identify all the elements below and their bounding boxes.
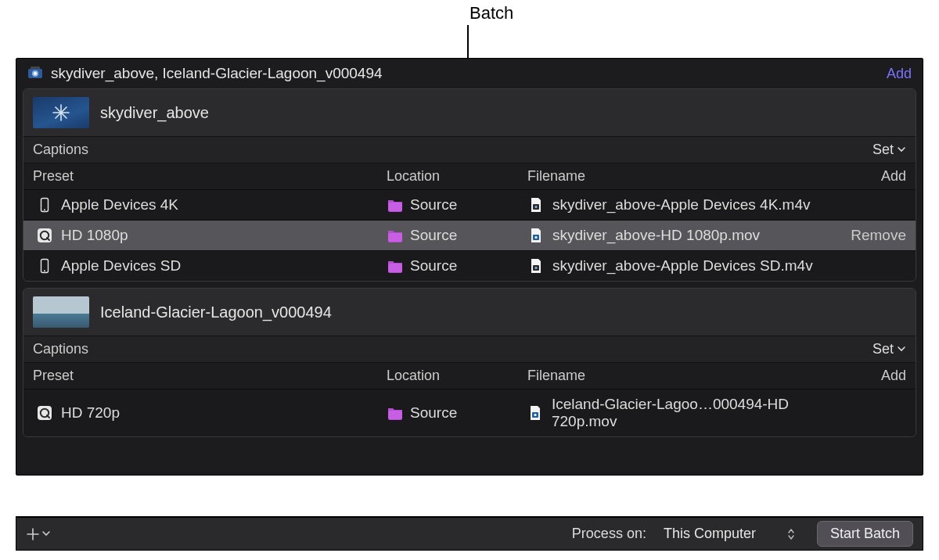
preset-headers: PresetLocationFilenameAdd xyxy=(23,163,916,189)
job-title: Iceland-Glacier-Lagoon_v000494 xyxy=(100,303,332,321)
preset-add-button[interactable]: Add xyxy=(844,368,906,384)
output-filename: skydiver_above-HD 1080p.mov xyxy=(552,227,760,244)
batch-add-button[interactable]: Add xyxy=(887,66,912,82)
preset-row[interactable]: Apple Devices 4K Source skydiver_above-A… xyxy=(23,189,916,220)
job-title: skydiver_above xyxy=(100,104,209,122)
job-panel: Iceland-Glacier-Lagoon_v000494CaptionsSe… xyxy=(23,288,916,437)
captions-row: CaptionsSet xyxy=(23,136,916,163)
chevron-down-icon xyxy=(897,144,906,156)
preset-headers: PresetLocationFilenameAdd xyxy=(23,362,916,389)
job-thumbnail xyxy=(33,296,89,328)
preset-add-button[interactable]: Add xyxy=(844,168,906,185)
svg-point-2 xyxy=(34,72,37,75)
preset-row[interactable]: Apple Devices SD Source skydiver_above-A… xyxy=(23,250,916,281)
process-on-label: Process on: xyxy=(572,526,646,542)
captions-set-button[interactable]: Set xyxy=(872,142,906,158)
location-name: Source xyxy=(410,404,457,422)
header-location: Location xyxy=(387,168,527,185)
svg-point-27 xyxy=(534,414,537,416)
preset-name: HD 1080p xyxy=(61,227,128,244)
captions-set-button[interactable]: Set xyxy=(872,341,906,357)
header-preset: Preset xyxy=(33,368,387,384)
chevron-down-icon xyxy=(41,528,51,540)
svg-point-9 xyxy=(44,209,45,210)
location-name: Source xyxy=(410,257,457,275)
document-icon xyxy=(527,404,544,422)
stepper-icon xyxy=(787,528,795,540)
folder-icon xyxy=(387,196,404,214)
job-panel: skydiver_aboveCaptionsSet PresetLocation… xyxy=(23,88,916,282)
job-thumbnail xyxy=(33,97,89,128)
captions-label: Captions xyxy=(33,142,872,158)
job-header[interactable]: skydiver_above xyxy=(23,89,916,136)
device-phone-icon xyxy=(36,196,53,214)
captions-label: Captions xyxy=(33,341,872,357)
footer-bar: Process on: This Computer Start Batch xyxy=(16,516,923,551)
batch-title: skydiver_above, Iceland-Glacier-Lagoon_v… xyxy=(51,65,879,82)
header-preset: Preset xyxy=(33,168,387,185)
batch-header: skydiver_above, Iceland-Glacier-Lagoon_v… xyxy=(16,59,923,88)
callout-batch-label: Batch xyxy=(470,3,513,23)
svg-rect-25 xyxy=(388,411,402,419)
preset-name: Apple Devices 4K xyxy=(61,196,178,214)
process-on-value: This Computer xyxy=(664,526,756,542)
preset-row[interactable]: HD 720p Source Iceland-Glacier-Lagoo…000… xyxy=(23,389,916,436)
app-icon xyxy=(27,66,43,81)
svg-point-19 xyxy=(44,270,45,271)
output-filename: skydiver_above-Apple Devices SD.m4v xyxy=(552,257,813,275)
location-name: Source xyxy=(410,196,457,214)
job-header[interactable]: Iceland-Glacier-Lagoon_v000494 xyxy=(23,289,916,336)
document-icon xyxy=(527,227,545,244)
preset-name: HD 720p xyxy=(61,404,120,422)
svg-rect-10 xyxy=(388,203,402,211)
quicktime-icon xyxy=(36,404,53,422)
device-phone-icon xyxy=(36,257,53,275)
svg-rect-20 xyxy=(388,264,402,272)
remove-button[interactable]: Remove xyxy=(844,227,906,244)
header-filename: Filename xyxy=(527,368,844,384)
output-filename: Iceland-Glacier-Lagoo…000494-HD 720p.mov xyxy=(552,396,844,430)
svg-point-17 xyxy=(534,236,537,239)
folder-icon xyxy=(387,404,404,422)
location-name: Source xyxy=(410,227,457,244)
add-menu-button[interactable] xyxy=(26,527,51,541)
document-icon xyxy=(527,196,545,214)
svg-rect-15 xyxy=(388,233,402,242)
captions-row: CaptionsSet xyxy=(23,336,916,362)
quicktime-icon xyxy=(36,227,53,244)
folder-icon xyxy=(387,257,404,275)
svg-point-22 xyxy=(534,267,537,269)
process-on-select[interactable]: This Computer xyxy=(657,522,801,545)
svg-point-12 xyxy=(534,206,537,208)
preset-name: Apple Devices SD xyxy=(61,257,181,275)
chevron-down-icon xyxy=(897,343,906,356)
folder-icon xyxy=(387,227,404,244)
callout-line xyxy=(467,25,469,59)
start-batch-button[interactable]: Start Batch xyxy=(817,521,913,547)
batch-panel: skydiver_above, Iceland-Glacier-Lagoon_v… xyxy=(16,58,923,476)
svg-rect-3 xyxy=(31,66,40,69)
header-location: Location xyxy=(387,368,527,384)
header-filename: Filename xyxy=(527,168,844,185)
preset-row[interactable]: HD 1080p Source skydiver_above-HD 1080p.… xyxy=(23,220,916,250)
output-filename: skydiver_above-Apple Devices 4K.m4v xyxy=(552,196,811,214)
document-icon xyxy=(527,257,545,275)
